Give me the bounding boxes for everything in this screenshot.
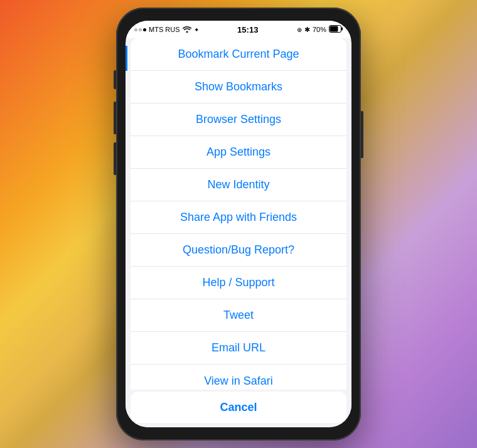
menu-item-help-support[interactable]: Help / Support — [131, 267, 346, 299]
status-bar: MTS RUS ✦ 15:13 ⊕ ✱ 70% — [126, 21, 351, 38]
svg-rect-1 — [330, 26, 338, 32]
menu-item-label-share-app: Share App with Friends — [180, 211, 297, 224]
bluetooth-icon: ✱ — [304, 26, 310, 34]
status-time: 15:13 — [237, 25, 258, 35]
menu-item-label-bug-report: Question/Bug Report? — [183, 243, 294, 257]
battery-icon — [329, 25, 343, 34]
menu-item-label-email-url: Email URL — [212, 341, 265, 355]
menu-item-browser-settings[interactable]: Browser Settings — [131, 104, 346, 136]
signal-dot-3 — [143, 28, 146, 31]
signal-strength — [134, 28, 146, 31]
cancel-button-label: Cancel — [220, 401, 257, 414]
top-indicator — [126, 46, 127, 71]
wifi-icon — [183, 26, 191, 34]
location-icon: ⊕ — [297, 26, 302, 33]
menu-item-label-app-settings: App Settings — [206, 146, 271, 159]
action-sheet: Bookmark Current PageShow BookmarksBrows… — [131, 38, 346, 390]
menu-item-label-bookmark-current: Bookmark Current Page — [178, 48, 299, 61]
volume-up-button — [114, 102, 116, 134]
menu-item-app-settings[interactable]: App Settings — [131, 136, 346, 169]
screen: MTS RUS ✦ 15:13 ⊕ ✱ 70% — [126, 21, 351, 427]
volume-down-button — [114, 142, 116, 175]
menu-item-label-view-safari: View in Safari — [204, 375, 273, 388]
menu-item-email-url[interactable]: Email URL — [131, 332, 346, 365]
menu-item-tweet[interactable]: Tweet — [131, 299, 346, 332]
menu-item-view-safari[interactable]: View in Safari — [131, 365, 346, 390]
menu-item-label-help-support: Help / Support — [202, 276, 274, 289]
menu-item-bookmark-current[interactable]: Bookmark Current Page — [131, 38, 346, 71]
menu-item-show-bookmarks[interactable]: Show Bookmarks — [131, 71, 346, 104]
carrier-name: MTS RUS — [149, 26, 180, 33]
menu-item-label-browser-settings: Browser Settings — [196, 113, 281, 126]
menu-item-new-identity[interactable]: New Identity — [131, 169, 346, 201]
power-button — [361, 111, 363, 158]
menu-item-label-show-bookmarks: Show Bookmarks — [195, 80, 282, 93]
menu-item-bug-report[interactable]: Question/Bug Report? — [131, 234, 346, 267]
signal-dot-2 — [139, 28, 142, 31]
action-sheet-container: Bookmark Current PageShow BookmarksBrows… — [126, 38, 351, 427]
cancel-button[interactable]: Cancel — [131, 392, 346, 423]
menu-item-label-new-identity: New Identity — [207, 178, 269, 191]
mute-button — [114, 70, 116, 89]
signal-dot-1 — [134, 28, 137, 31]
battery-percentage: 70% — [313, 26, 326, 33]
menu-item-share-app[interactable]: Share App with Friends — [131, 201, 346, 234]
cancel-bar: Cancel — [126, 390, 351, 427]
signal-extra-icon: ✦ — [194, 26, 199, 33]
menu-item-label-tweet: Tweet — [223, 309, 254, 322]
phone-frame: MTS RUS ✦ 15:13 ⊕ ✱ 70% — [116, 8, 361, 440]
status-left: MTS RUS ✦ — [134, 26, 199, 34]
svg-rect-2 — [341, 28, 343, 31]
status-right: ⊕ ✱ 70% — [297, 25, 343, 34]
